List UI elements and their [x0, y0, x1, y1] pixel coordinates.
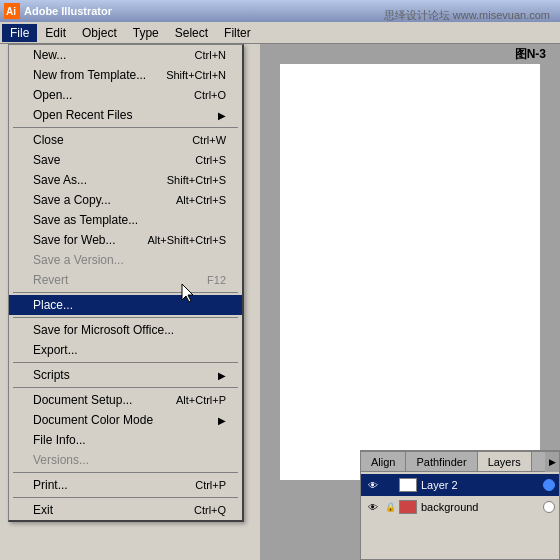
layer-color-layer2: [543, 479, 555, 491]
menu-document-color[interactable]: Document Color Mode ▶: [9, 410, 242, 430]
tab-align[interactable]: Align: [361, 452, 406, 471]
panel-tabs: Align Pathfinder Layers ▶: [361, 452, 559, 472]
layer-name-layer2: Layer 2: [421, 479, 539, 491]
menu-save-web[interactable]: Save for Web... Alt+Shift+Ctrl+S: [9, 230, 242, 250]
canvas: [280, 64, 540, 480]
menu-filter[interactable]: Filter: [216, 24, 259, 42]
layer-thumb-background: [399, 500, 417, 514]
layer-thumb-layer2: [399, 478, 417, 492]
svg-text:Ai: Ai: [6, 6, 16, 17]
menu-save[interactable]: Save Ctrl+S: [9, 150, 242, 170]
menu-export[interactable]: Export...: [9, 340, 242, 360]
menu-save-version: Save a Version...: [9, 250, 242, 270]
separator-5: [13, 387, 238, 388]
menu-save-as[interactable]: Save As... Shift+Ctrl+S: [9, 170, 242, 190]
menu-save-office[interactable]: Save for Microsoft Office...: [9, 320, 242, 340]
panel-options-button[interactable]: ▶: [545, 452, 559, 472]
layers-panel: Align Pathfinder Layers ▶ 👁 Layer 2 👁 🔒 …: [360, 450, 560, 560]
menu-edit[interactable]: Edit: [37, 24, 74, 42]
layer-name-background: background: [421, 501, 539, 513]
menu-bar: File Edit Object Type Select Filter: [0, 22, 560, 44]
menu-type[interactable]: Type: [125, 24, 167, 42]
menu-document-setup[interactable]: Document Setup... Alt+Ctrl+P: [9, 390, 242, 410]
separator-4: [13, 362, 238, 363]
menu-revert: Revert F12: [9, 270, 242, 290]
layer-visibility-layer2[interactable]: 👁: [365, 477, 381, 493]
menu-save-template[interactable]: Save as Template...: [9, 210, 242, 230]
separator-6: [13, 472, 238, 473]
layer-row-background[interactable]: 👁 🔒 background: [361, 496, 559, 518]
layer-lock-background: 🔒: [383, 500, 397, 514]
layer-lock-layer2: [383, 478, 397, 492]
file-dropdown-menu: New... Ctrl+N New from Template... Shift…: [8, 44, 244, 522]
layer-visibility-background[interactable]: 👁: [365, 499, 381, 515]
separator-2: [13, 292, 238, 293]
menu-open[interactable]: Open... Ctrl+O: [9, 85, 242, 105]
menu-scripts[interactable]: Scripts ▶: [9, 365, 242, 385]
menu-place[interactable]: Place...: [9, 295, 242, 315]
menu-new-from-template[interactable]: New from Template... Shift+Ctrl+N: [9, 65, 242, 85]
layers-list: 👁 Layer 2 👁 🔒 background: [361, 472, 559, 520]
menu-save-copy[interactable]: Save a Copy... Alt+Ctrl+S: [9, 190, 242, 210]
separator-1: [13, 127, 238, 128]
watermark: 思绎设计论坛 www.misevuan.com: [384, 8, 550, 23]
menu-object[interactable]: Object: [74, 24, 125, 42]
menu-open-recent[interactable]: Open Recent Files ▶: [9, 105, 242, 125]
layer-row-layer2[interactable]: 👁 Layer 2: [361, 474, 559, 496]
menu-file-info[interactable]: File Info...: [9, 430, 242, 450]
menu-new[interactable]: New... Ctrl+N: [9, 45, 242, 65]
figure-label: 图N-3: [515, 46, 546, 63]
separator-7: [13, 497, 238, 498]
layer-color-background: [543, 501, 555, 513]
separator-3: [13, 317, 238, 318]
menu-exit[interactable]: Exit Ctrl+Q: [9, 500, 242, 520]
tab-layers[interactable]: Layers: [478, 452, 532, 471]
menu-versions: Versions...: [9, 450, 242, 470]
menu-file[interactable]: File: [2, 24, 37, 42]
menu-close[interactable]: Close Ctrl+W: [9, 130, 242, 150]
app-icon: Ai: [4, 3, 20, 19]
tab-pathfinder[interactable]: Pathfinder: [406, 452, 477, 471]
app-title: Adobe Illustrator: [24, 5, 112, 17]
menu-select[interactable]: Select: [167, 24, 216, 42]
menu-print[interactable]: Print... Ctrl+P: [9, 475, 242, 495]
